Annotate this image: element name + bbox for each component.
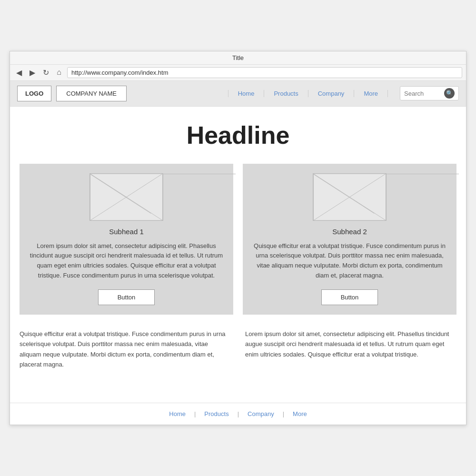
logo-label: LOGO (25, 90, 43, 97)
search-button[interactable]: 🔍 (444, 88, 455, 99)
nav-item-products[interactable]: Products (264, 90, 308, 97)
site-nav: Home Products Company More (228, 90, 388, 97)
card-2: Subhead 2 Quisque efficitur erat a volut… (243, 164, 456, 315)
browser-window: Title ◀ ▶ ↻ ⌂ LOGO COMPANY NAME Home Pro… (10, 51, 466, 426)
card-1-button[interactable]: Button (98, 289, 155, 305)
text-row: Quisque efficitur erat a volutpat tristi… (20, 329, 456, 370)
company-name: COMPANY NAME (66, 90, 117, 97)
card-2-subhead: Subhead 2 (332, 228, 367, 236)
search-input[interactable] (404, 90, 442, 97)
text-block-1: Quisque efficitur erat a volutpat tristi… (20, 329, 231, 370)
card-2-image (313, 173, 387, 221)
nav-item-home[interactable]: Home (228, 90, 265, 97)
back-icon[interactable]: ◀ (14, 68, 24, 77)
card-2-button[interactable]: Button (321, 289, 378, 305)
address-bar[interactable] (67, 67, 462, 78)
site-content: Headline Subhead 1 Lorem ipsum dolor sit… (10, 107, 466, 403)
browser-nav-bar: ◀ ▶ ↻ ⌂ (10, 65, 466, 81)
home-icon[interactable]: ⌂ (54, 68, 64, 77)
forward-icon[interactable]: ▶ (27, 68, 38, 77)
text-block-2: Lorem ipsum dolor sit amet, consectetur … (245, 329, 456, 370)
card-1: Subhead 1 Lorem ipsum dolor sit amet, co… (20, 164, 233, 315)
footer-nav-company[interactable]: Company (239, 410, 283, 417)
page-headline: Headline (20, 121, 456, 149)
browser-title: Title (232, 54, 244, 61)
footer-nav-home[interactable]: Home (160, 410, 194, 417)
cards-row: Subhead 1 Lorem ipsum dolor sit amet, co… (20, 164, 456, 315)
company-name-box: COMPANY NAME (56, 86, 127, 101)
site-footer: Home | Products | Company | More (10, 403, 466, 425)
nav-item-company[interactable]: Company (308, 90, 355, 97)
card-2-text: Quisque efficitur erat a volutpat tristi… (252, 241, 447, 281)
footer-nav-more[interactable]: More (284, 410, 316, 417)
refresh-icon[interactable]: ↻ (40, 68, 51, 77)
site-header: LOGO COMPANY NAME Home Products Company … (10, 81, 466, 107)
card-1-text: Lorem ipsum dolor sit amet, consectetur … (29, 241, 224, 281)
card-1-subhead: Subhead 1 (109, 228, 144, 236)
browser-title-bar: Title (10, 51, 466, 65)
search-box: 🔍 (400, 86, 459, 100)
footer-nav-products[interactable]: Products (196, 410, 237, 417)
nav-item-more[interactable]: More (354, 90, 388, 97)
card-1-image (89, 173, 163, 221)
logo-box: LOGO (17, 86, 51, 101)
